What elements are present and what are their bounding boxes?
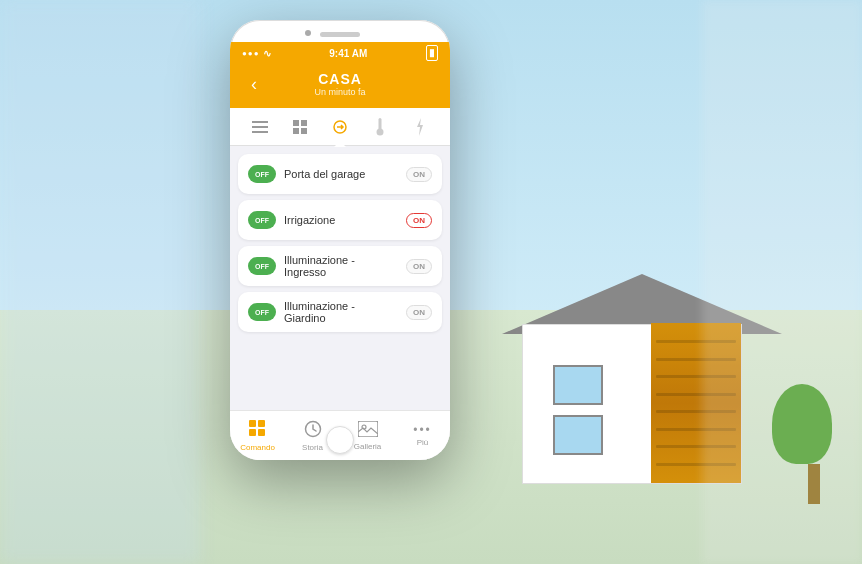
blur-right bbox=[702, 0, 862, 564]
device-name: Illuminazione - Giardino bbox=[284, 300, 398, 324]
app-header: ‹ CASA Un minuto fa bbox=[230, 64, 450, 108]
nav-tab-menu[interactable] bbox=[244, 111, 276, 143]
tab-comando[interactable]: Comando bbox=[230, 411, 285, 460]
tab-comando-label: Comando bbox=[240, 443, 275, 452]
svg-rect-13 bbox=[258, 429, 265, 436]
device-toggle[interactable]: ON bbox=[406, 305, 432, 320]
tab-piu[interactable]: ••• Più bbox=[395, 411, 450, 460]
device-item[interactable]: OFF Illuminazione - Giardino ON bbox=[238, 292, 442, 332]
phone-wrapper: ●●● ∿ 9:41 AM ▮ ‹ CASA Un minuto fa bbox=[230, 20, 450, 460]
back-button[interactable]: ‹ bbox=[242, 72, 266, 96]
svg-rect-0 bbox=[252, 121, 268, 123]
house-window-2 bbox=[553, 415, 603, 455]
device-item[interactable]: OFF Porta del garage ON bbox=[238, 154, 442, 194]
tab-storia-label: Storia bbox=[302, 443, 323, 452]
device-status-badge: OFF bbox=[248, 165, 276, 183]
phone: ●●● ∿ 9:41 AM ▮ ‹ CASA Un minuto fa bbox=[230, 20, 450, 460]
nav-tab-temp[interactable] bbox=[364, 111, 396, 143]
nav-tab-power[interactable] bbox=[404, 111, 436, 143]
device-name: Porta del garage bbox=[284, 168, 398, 180]
nav-tab-control[interactable] bbox=[324, 111, 356, 143]
tab-piu-icon: ••• bbox=[413, 424, 432, 436]
house-window-1 bbox=[553, 365, 603, 405]
device-status-badge: OFF bbox=[248, 257, 276, 275]
header-title: CASA Un minuto fa bbox=[314, 71, 365, 98]
svg-rect-5 bbox=[293, 128, 299, 134]
status-bar: ●●● ∿ 9:41 AM ▮ bbox=[230, 42, 450, 64]
device-item[interactable]: OFF Irrigazione ON bbox=[238, 200, 442, 240]
svg-rect-3 bbox=[293, 120, 299, 126]
device-toggle[interactable]: ON bbox=[406, 259, 432, 274]
svg-rect-12 bbox=[249, 429, 256, 436]
nav-tab-grid[interactable] bbox=[284, 111, 316, 143]
device-status-badge: OFF bbox=[248, 211, 276, 229]
svg-rect-8 bbox=[379, 118, 382, 130]
blur-left bbox=[0, 0, 200, 564]
home-button[interactable] bbox=[326, 426, 354, 454]
tab-galleria-label: Galleria bbox=[354, 442, 382, 451]
phone-screen: ●●● ∿ 9:41 AM ▮ ‹ CASA Un minuto fa bbox=[230, 20, 450, 460]
nav-tab-bar bbox=[230, 108, 450, 146]
tab-storia-icon bbox=[304, 420, 322, 441]
status-signal: ●●● ∿ bbox=[242, 48, 271, 59]
phone-camera bbox=[305, 30, 311, 36]
status-battery: ▮ bbox=[426, 45, 438, 61]
svg-rect-4 bbox=[301, 120, 307, 126]
svg-rect-10 bbox=[249, 420, 256, 427]
phone-speaker bbox=[320, 32, 360, 37]
device-name: Illuminazione - Ingresso bbox=[284, 254, 398, 278]
device-item[interactable]: OFF Illuminazione - Ingresso ON bbox=[238, 246, 442, 286]
svg-rect-11 bbox=[258, 420, 265, 427]
tab-comando-icon bbox=[249, 420, 267, 441]
device-status-badge: OFF bbox=[248, 303, 276, 321]
tab-piu-label: Più bbox=[417, 438, 429, 447]
device-name: Irrigazione bbox=[284, 214, 398, 226]
device-toggle-on[interactable]: ON bbox=[406, 213, 432, 228]
svg-rect-6 bbox=[301, 128, 307, 134]
status-time: 9:41 AM bbox=[329, 48, 367, 59]
tab-galleria-icon bbox=[358, 421, 378, 440]
header-title-main: CASA bbox=[314, 71, 365, 88]
device-list: OFF Porta del garage ON OFF Irrigazione … bbox=[230, 146, 450, 410]
svg-point-9 bbox=[377, 128, 384, 135]
screen-content: ‹ CASA Un minuto fa bbox=[230, 64, 450, 460]
svg-rect-2 bbox=[252, 131, 268, 133]
header-subtitle: Un minuto fa bbox=[314, 87, 365, 97]
svg-rect-1 bbox=[252, 126, 268, 128]
device-toggle[interactable]: ON bbox=[406, 167, 432, 182]
